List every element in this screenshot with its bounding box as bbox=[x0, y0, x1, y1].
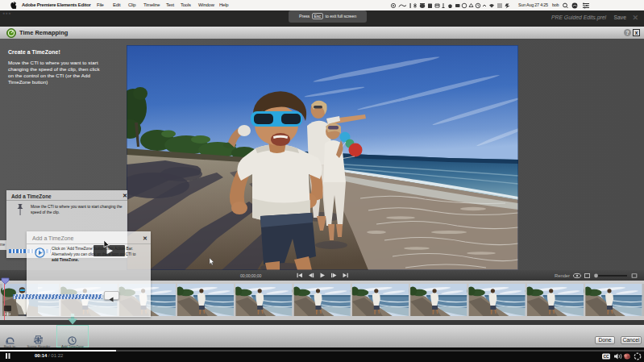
svg-text:CC: CC bbox=[603, 354, 609, 359]
